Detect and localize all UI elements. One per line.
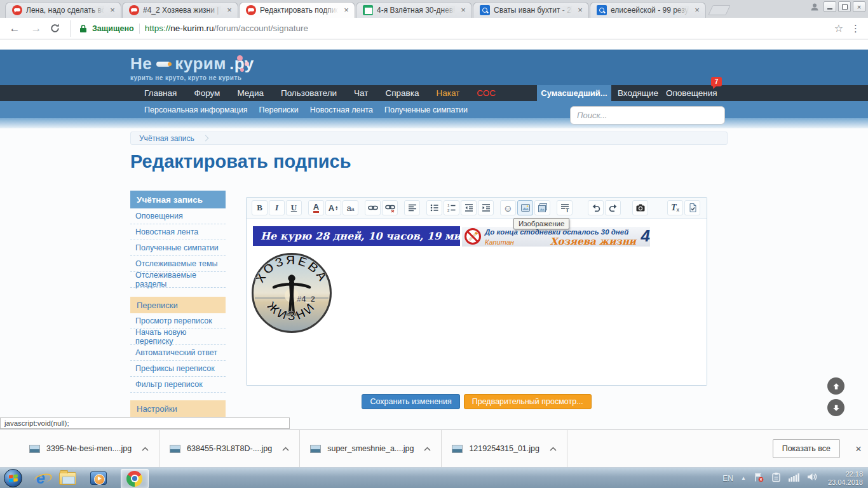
smiley-icon[interactable]: ☺ — [500, 200, 516, 215]
outdent-icon[interactable] — [461, 200, 477, 215]
download-item[interactable]: 3395-Ne-besi-men....jpg — [19, 430, 159, 467]
nav-item-sos[interactable]: СОС — [477, 88, 496, 98]
chevron-up-icon[interactable] — [550, 447, 557, 451]
tab-close-icon[interactable]: × — [459, 6, 468, 15]
editor-canvas[interactable]: Не курю 28 дней, 10 часов, 19 минут До к… — [247, 219, 707, 385]
subnav-likes-received[interactable]: Полученные симпатии — [384, 105, 468, 114]
tab-3-active[interactable]: Редактировать подпись × — [239, 2, 355, 18]
site-logo[interactable]: Не курим.ру курить не круто, круто не ку… — [130, 54, 254, 81]
tab-6[interactable]: елисеейской - 99 резул × — [590, 2, 706, 18]
subnav-news-feed[interactable]: Новостная лента — [310, 105, 373, 114]
font-color-icon[interactable]: A — [308, 200, 324, 215]
camera-icon[interactable] — [632, 200, 648, 215]
save-button[interactable]: Сохранить изменения — [362, 394, 459, 409]
nav-item-nakat[interactable]: Накат — [436, 88, 459, 98]
new-tab-button[interactable] — [708, 5, 730, 15]
nav-item-forum[interactable]: Форум — [194, 88, 220, 98]
search-input[interactable] — [570, 106, 725, 125]
signature-team-banner[interactable]: До конца стодневки осталось 30 дней Капи… — [462, 227, 650, 247]
internet-explorer-icon[interactable]: e — [36, 470, 45, 486]
menu-dots-icon[interactable]: ⋮ — [851, 23, 860, 34]
nav-item-chat[interactable]: Чат — [354, 88, 368, 98]
clock[interactable]: 22:18 23.04.2018 — [828, 470, 863, 487]
chrome-taskbar-button[interactable] — [121, 469, 149, 488]
team-badge-image[interactable]: ХОЗЯЕВА ЖИЗНИ #4_2 — [251, 252, 332, 334]
italic-icon[interactable]: I — [269, 200, 285, 215]
profile-icon[interactable] — [808, 1, 822, 12]
tab-close-icon[interactable]: × — [342, 6, 351, 15]
sidebar-item-view-conversations[interactable]: Просмотр переписок — [130, 313, 226, 329]
unlink-icon[interactable] — [382, 200, 398, 215]
nav-item-help[interactable]: Справка — [385, 88, 419, 98]
numbered-list-icon[interactable]: 12 — [444, 200, 459, 215]
nav-item-home[interactable]: Главная — [144, 88, 177, 98]
nav-item-media[interactable]: Медиа — [237, 88, 264, 98]
signature-counter-banner[interactable]: Не курю 28 дней, 10 часов, 19 минут — [253, 226, 460, 246]
bold-icon[interactable]: B — [252, 200, 268, 215]
scroll-to-top-button[interactable] — [827, 377, 844, 395]
chevron-up-icon[interactable] — [424, 447, 431, 451]
bullet-list-icon[interactable] — [426, 200, 442, 215]
username-tab[interactable]: Сумасшедший... — [537, 85, 611, 101]
media-player-icon[interactable] — [90, 471, 107, 485]
font-size-icon[interactable]: A▲▼ — [325, 200, 341, 215]
minimize-button[interactable] — [824, 1, 836, 12]
media-icon[interactable] — [534, 200, 550, 215]
link-icon[interactable] — [365, 200, 381, 215]
text-case-icon[interactable]: aa — [342, 200, 358, 215]
sidebar-item-prefixes[interactable]: Префиксы переписок — [130, 361, 226, 377]
align-icon[interactable] — [404, 200, 420, 215]
hidden-icons-arrow[interactable]: ▲ — [741, 475, 746, 481]
action-center-flag-icon[interactable] — [754, 472, 764, 485]
chevron-up-icon[interactable] — [282, 447, 289, 451]
tab-4[interactable]: 4-я Взлётная 30-дневка × — [356, 2, 472, 18]
sidebar-item-watched-threads[interactable]: Отслеживаемые темы — [130, 256, 226, 272]
sidebar-item-auto-reply[interactable]: Автоматический ответ — [130, 345, 226, 361]
tab-2[interactable]: #4_2 Хозяева жизни | Ст × — [122, 2, 238, 18]
tab-close-icon[interactable]: × — [576, 6, 585, 15]
tab-close-icon[interactable]: × — [108, 6, 117, 15]
close-window-button[interactable]: × — [853, 1, 865, 12]
sidebar-item-filter[interactable]: Фильтр переписок — [130, 377, 226, 393]
language-indicator[interactable]: EN — [722, 474, 733, 483]
reload-icon[interactable] — [50, 23, 66, 34]
show-all-downloads-button[interactable]: Показать все — [773, 439, 840, 458]
tab-close-icon[interactable]: × — [693, 6, 702, 15]
back-icon[interactable]: ← — [6, 22, 23, 35]
start-button[interactable] — [4, 469, 22, 487]
sidebar-item-alerts[interactable]: Оповещения — [130, 208, 226, 224]
paragraph-block-icon[interactable]: T — [557, 200, 573, 215]
tab-1[interactable]: Лена, надо сделать вот × — [5, 2, 121, 18]
sidebar-item-news-feed[interactable]: Новостная лента — [130, 224, 226, 240]
scroll-to-bottom-button[interactable] — [827, 399, 844, 416]
close-download-bar-icon[interactable]: × — [855, 443, 862, 456]
forward-icon[interactable]: → — [28, 22, 44, 35]
nav-alerts[interactable]: Оповещения — [666, 85, 717, 101]
tab-5[interactable]: Сваты иван бухтит - 24 × — [473, 2, 589, 18]
tab-close-icon[interactable]: × — [225, 6, 234, 15]
sidebar-item-likes[interactable]: Полученные симпатии — [130, 240, 226, 256]
sidebar-item-watched-forums[interactable]: Отслеживаемые разделы — [130, 272, 226, 288]
network-signal-icon[interactable] — [789, 473, 799, 484]
restore-button[interactable] — [838, 1, 851, 12]
undo-icon[interactable] — [588, 200, 604, 215]
download-item[interactable]: 638455-R3L8T8D-....jpg — [159, 430, 300, 467]
nav-item-users[interactable]: Пользователи — [281, 88, 337, 98]
breadcrumb-account-link[interactable]: Учётная запись — [139, 134, 194, 143]
indent-icon[interactable] — [478, 200, 494, 215]
nav-inbox[interactable]: Входящие — [618, 85, 658, 101]
bookmark-star-icon[interactable]: ☆ — [834, 22, 843, 34]
sidebar-item-new-conversation[interactable]: Начать новую переписку — [130, 329, 226, 345]
preview-button[interactable]: Предварительный просмотр... — [464, 394, 592, 409]
subnav-personal-info[interactable]: Персональная информация — [144, 105, 248, 114]
chevron-up-icon[interactable] — [142, 447, 149, 451]
subnav-conversations[interactable]: Переписки — [259, 105, 299, 114]
omnibox[interactable]: Защищено https://ne-kurim.ru/forum/accou… — [70, 20, 827, 37]
download-item[interactable]: 1219254315_01.jpg — [442, 430, 567, 467]
source-edit-icon[interactable] — [684, 200, 700, 215]
download-item[interactable]: super_smeshnie_a....jpg — [300, 430, 442, 467]
volume-icon[interactable] — [807, 472, 818, 484]
underline-icon[interactable]: U — [286, 200, 302, 215]
image-icon[interactable] — [517, 200, 533, 215]
remove-format-icon[interactable]: Tx — [667, 200, 683, 215]
